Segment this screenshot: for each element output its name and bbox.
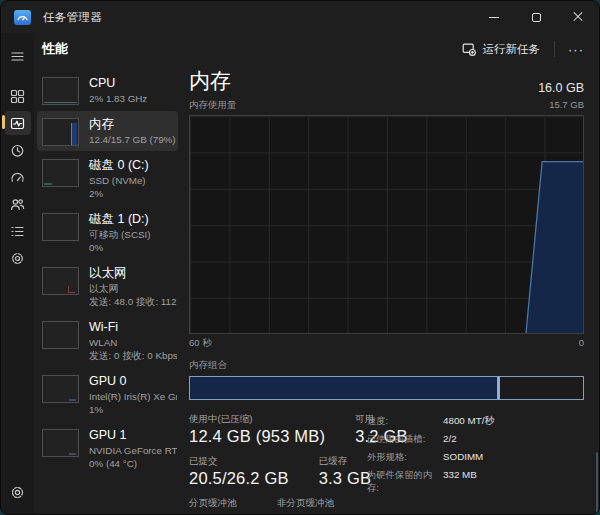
sidebar-item-subline: 2% 1.83 GHz	[89, 92, 147, 105]
axis-right-label: 0	[579, 337, 584, 350]
info-value: 332 MB	[443, 469, 477, 495]
sidebar-item-subline: 0%	[89, 241, 151, 254]
sidebar-item-subline: WLAN	[89, 336, 177, 349]
nav-rail	[1, 33, 34, 514]
composition-inuse-segment	[190, 377, 500, 399]
run-new-task-button[interactable]: 运行新任务	[452, 37, 551, 62]
mini-chart	[42, 429, 79, 457]
nav-item-details[interactable]	[1, 218, 34, 244]
sidebar-item-text: 以太网 以太网发送: 48.0 接收: 112 K	[89, 265, 177, 308]
stat-pair: 已缓存 3.3 GB	[319, 455, 372, 488]
sidebar-item[interactable]: 磁盘 1 (D:) 可移动 (SCSI)0%	[37, 206, 178, 259]
sidebar-item-sublines: 可移动 (SCSI)0%	[89, 228, 151, 254]
composition-label: 内存组合	[189, 359, 584, 372]
info-row: 速度: 4800 MT/秒	[367, 415, 584, 428]
usage-chart-label: 内存使用量	[189, 99, 237, 112]
maximize-button[interactable]	[515, 1, 557, 33]
nav-item-performance[interactable]	[1, 110, 34, 136]
run-new-task-label: 运行新任务	[483, 42, 541, 57]
sidebar-item-subline: 以太网	[89, 282, 177, 295]
performance-icon	[5, 111, 31, 135]
minimize-button[interactable]	[473, 1, 515, 33]
info-value: 2/2	[443, 433, 457, 446]
info-row: 外形规格: SODIMM	[367, 451, 584, 464]
app-history-icon	[5, 138, 31, 162]
sidebar-item-title: 内存	[89, 116, 176, 133]
sidebar-item-sublines: Intel(R) Iris(R) Xe Grap1%	[89, 390, 177, 416]
sidebar-item[interactable]: 内存 12.4/15.7 GB (79%)	[37, 111, 178, 151]
stat-pair: 非分页缓冲池 706 MB	[277, 497, 335, 515]
sidebar-item-sublines: 2% 1.83 GHz	[89, 92, 147, 105]
mini-chart	[42, 213, 79, 241]
memory-composition-bar[interactable]	[189, 376, 584, 400]
sidebar-item[interactable]: GPU 1 NVIDIA GeForce RTX0% (44 °C)	[37, 422, 178, 475]
sidebar-item-sublines: WLAN发送: 0 接收: 0 Kbps	[89, 336, 177, 362]
info-value: 4800 MT/秒	[443, 415, 494, 428]
performance-sidebar: CPU 2% 1.83 GHz 内存 12.4/15.7 GB (79%) 磁盘…	[37, 70, 178, 476]
sidebar-item[interactable]: GPU 0 Intel(R) Iris(R) Xe Grap1%	[37, 368, 178, 421]
tab-performance[interactable]: 性能	[42, 40, 68, 58]
nav-item-processes[interactable]	[1, 83, 34, 109]
sidebar-item-sublines: NVIDIA GeForce RTX0% (44 °C)	[89, 444, 177, 470]
more-options-button[interactable]: ···	[559, 38, 593, 61]
usage-chart-max: 15.7 GB	[549, 99, 584, 112]
stat-label: 非分页缓冲池	[277, 497, 335, 510]
sidebar-item-subline: 发送: 0 接收: 0 Kbps	[89, 349, 177, 362]
stat-value: 20.5/26.2 GB	[189, 469, 289, 488]
sidebar-item-title: Wi-Fi	[89, 319, 177, 336]
menu-icon[interactable]	[1, 43, 34, 69]
total-memory: 16.0 GB	[538, 81, 584, 95]
mini-chart	[42, 321, 79, 349]
sidebar-item-text: GPU 1 NVIDIA GeForce RTX0% (44 °C)	[89, 427, 177, 470]
sidebar-item-text: 内存 12.4/15.7 GB (79%)	[89, 116, 176, 146]
info-row: 已使用的插槽: 2/2	[367, 433, 584, 446]
settings-icon	[5, 480, 31, 504]
stat-pair: 使用中(已压缩) 12.4 GB (953 MB)	[189, 413, 325, 446]
scrollbar[interactable]	[596, 452, 598, 514]
sidebar-item-text: 磁盘 0 (C:) SSD (NVMe)2%	[89, 157, 149, 200]
memory-usage-chart[interactable]	[189, 115, 584, 334]
nav-item-startup-apps[interactable]	[1, 164, 34, 190]
sidebar-item-subline: 0% (44 °C)	[89, 457, 177, 470]
nav-item-services[interactable]	[1, 245, 34, 271]
sidebar-item-subline: 2%	[89, 187, 149, 200]
sidebar-item-title: GPU 0	[89, 373, 177, 390]
stat-label: 已缓存	[319, 455, 372, 468]
new-task-icon	[462, 42, 476, 56]
sidebar-item-title: 以太网	[89, 265, 177, 282]
mini-chart	[42, 375, 79, 403]
panel-title: 内存	[189, 67, 231, 95]
processes-icon	[5, 84, 31, 108]
hardware-info: 速度: 4800 MT/秒 已使用的插槽: 2/2 外形规格: SODIMM 为…	[367, 415, 584, 500]
info-label: 外形规格:	[367, 451, 443, 464]
stat-label: 使用中(已压缩)	[189, 413, 325, 426]
nav-item-users[interactable]	[1, 191, 34, 217]
nav-item-settings[interactable]	[1, 479, 34, 505]
sidebar-item-sublines: 以太网发送: 48.0 接收: 112 K	[89, 282, 177, 308]
nav-item-app-history[interactable]	[1, 137, 34, 163]
stat-pair: 已提交 20.5/26.2 GB	[189, 455, 289, 488]
info-label: 速度:	[367, 415, 443, 428]
sidebar-item-text: 磁盘 1 (D:) 可移动 (SCSI)0%	[89, 211, 151, 254]
page-header: 性能 运行新任务 ···	[34, 33, 599, 65]
mini-chart	[42, 118, 79, 146]
sidebar-item[interactable]: 以太网 以太网发送: 48.0 接收: 112 K	[37, 260, 178, 313]
axis-left-label: 60 秒	[189, 337, 212, 350]
sidebar-item-subline: Intel(R) Iris(R) Xe Grap	[89, 390, 177, 403]
info-value: SODIMM	[443, 451, 483, 464]
stat-value: 706 MB	[277, 511, 335, 515]
sidebar-item[interactable]: CPU 2% 1.83 GHz	[37, 70, 178, 110]
sidebar-item[interactable]: Wi-Fi WLAN发送: 0 接收: 0 Kbps	[37, 314, 178, 367]
sidebar-item[interactable]: 磁盘 0 (C:) SSD (NVMe)2%	[37, 152, 178, 205]
sidebar-item-title: GPU 1	[89, 427, 177, 444]
divider	[554, 41, 555, 57]
services-icon	[5, 246, 31, 270]
info-label: 已使用的插槽:	[367, 433, 443, 446]
mini-chart	[42, 159, 79, 187]
stat-value: 832 MB	[189, 511, 247, 515]
info-row: 为硬件保留的内存: 332 MB	[367, 469, 584, 495]
app-icon	[14, 10, 31, 25]
close-button[interactable]	[557, 1, 599, 33]
selection-indicator	[2, 115, 5, 129]
sidebar-item-text: Wi-Fi WLAN发送: 0 接收: 0 Kbps	[89, 319, 177, 362]
